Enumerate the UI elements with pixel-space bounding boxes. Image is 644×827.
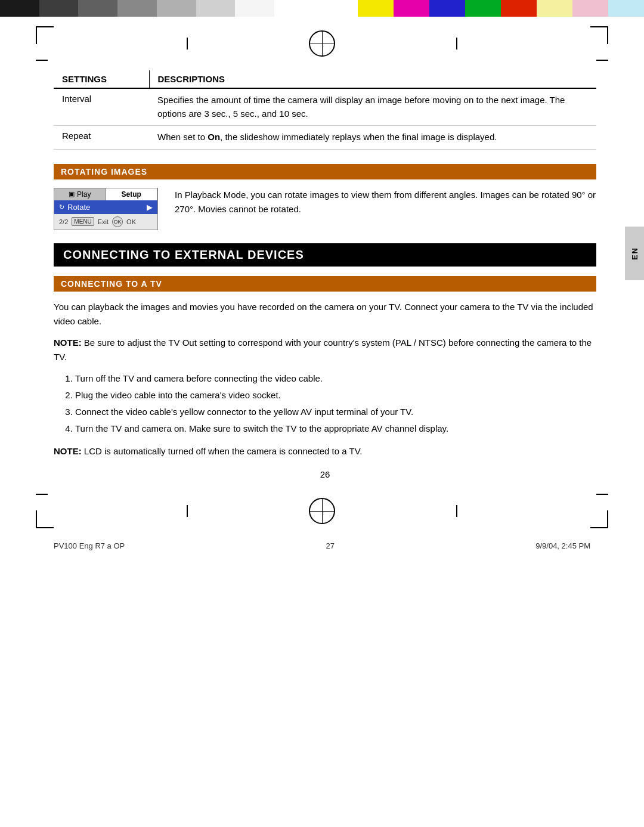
connecting-note1: NOTE: Be sure to adjust the TV Out setti… bbox=[54, 336, 596, 364]
footer: PV100 Eng R7 a OP 27 9/9/04, 2:45 PM bbox=[0, 538, 644, 554]
rotating-images-description: In Playback Mode, you can rotate images … bbox=[175, 188, 596, 216]
swatch-light-cyan bbox=[608, 0, 644, 17]
connecting-tv-subheading: CONNECTING TO A TV bbox=[54, 276, 596, 292]
list-item: Plug the video cable into the camera's v… bbox=[75, 388, 596, 402]
exit-label: Exit bbox=[98, 218, 109, 225]
swatch-gray bbox=[117, 0, 157, 17]
language-label: EN bbox=[630, 247, 639, 260]
corner-mark-tr bbox=[578, 26, 608, 56]
swatch-light-pink bbox=[572, 0, 608, 17]
swatch-white bbox=[235, 0, 274, 17]
rotate-menu-icon: ↻ bbox=[59, 203, 64, 211]
connecting-heading: CONNECTING TO EXTERNAL DEVICES bbox=[54, 243, 596, 267]
connecting-note2: NOTE: LCD is automatically turned off wh… bbox=[54, 444, 596, 459]
footer-right: 9/9/04, 2:45 PM bbox=[535, 541, 590, 550]
note2-bold: NOTE: bbox=[54, 446, 82, 456]
grayscale-swatches bbox=[0, 0, 274, 17]
connecting-steps-list: Turn off the TV and camera before connec… bbox=[75, 371, 596, 436]
swatch-yellow bbox=[358, 0, 394, 17]
camera-menu-mockup: ▣ Play Setup ↻ Rotate ▶ 2/2 MEN bbox=[54, 188, 158, 230]
dash-line bbox=[596, 494, 608, 495]
swatch-mid-gray bbox=[78, 0, 117, 17]
table-row: Repeat When set to On, the slideshow imm… bbox=[54, 126, 596, 150]
ok-circle-key: OK bbox=[112, 216, 123, 227]
swatch-blue bbox=[429, 0, 465, 17]
rotate-item-left: ↻ Rotate bbox=[59, 203, 90, 212]
setup-tab-label: Setup bbox=[122, 190, 141, 199]
crosshair-center-bottom bbox=[309, 498, 335, 524]
list-item: Connect the video cable's yellow connect… bbox=[75, 405, 596, 419]
dash-line bbox=[456, 505, 457, 517]
rotate-item-label: Rotate bbox=[67, 203, 90, 212]
corner-mark-br bbox=[578, 498, 608, 528]
dash-line bbox=[596, 60, 608, 61]
note2-text: LCD is automatically turned off when the… bbox=[82, 446, 363, 456]
dash-line bbox=[36, 494, 48, 495]
play-tab-icon: ▣ bbox=[69, 190, 75, 198]
settings-table: SETTINGS DESCRIPTIONS Interval Specifies… bbox=[54, 70, 596, 150]
bottom-registration-area bbox=[0, 484, 644, 538]
footer-left: PV100 Eng R7 a OP bbox=[54, 541, 125, 550]
list-item: Turn the TV and camera on. Make sure to … bbox=[75, 422, 596, 436]
language-tab: EN bbox=[625, 227, 644, 280]
color-swatches bbox=[358, 0, 644, 17]
main-content: SETTINGS DESCRIPTIONS Interval Specifies… bbox=[0, 70, 644, 479]
page-number: 26 bbox=[54, 469, 596, 479]
note1-bold: NOTE: bbox=[54, 337, 82, 348]
swatch-lighter-gray bbox=[196, 0, 236, 17]
corner-mark-tl bbox=[36, 26, 66, 56]
swatch-magenta bbox=[394, 0, 429, 17]
rotating-images-header: ROTATING IMAGES bbox=[54, 164, 596, 179]
note1-text: Be sure to adjust the TV Out setting to … bbox=[54, 337, 592, 362]
setting-name-interval: Interval bbox=[54, 88, 149, 126]
top-color-bar bbox=[0, 0, 644, 17]
menu-tabs: ▣ Play Setup bbox=[54, 188, 157, 200]
rotate-menu-item: ↻ Rotate ▶ bbox=[54, 200, 157, 214]
swatch-light-yellow bbox=[537, 0, 572, 17]
rotating-images-section: ROTATING IMAGES ▣ Play Setup ↻ Rotate bbox=[54, 164, 596, 230]
rotate-arrow-icon: ▶ bbox=[147, 203, 153, 212]
dash-line bbox=[187, 38, 188, 49]
ok-label: OK bbox=[126, 218, 136, 225]
menu-bottom-bar: 2/2 MENU Exit OK OK bbox=[54, 214, 157, 230]
setup-tab: Setup bbox=[106, 188, 158, 200]
swatch-black bbox=[0, 0, 39, 17]
top-registration-area bbox=[0, 17, 644, 70]
footer-center: 27 bbox=[326, 541, 335, 550]
rotating-images-content: ▣ Play Setup ↻ Rotate ▶ 2/2 MEN bbox=[54, 188, 596, 230]
settings-col-header: SETTINGS bbox=[54, 70, 149, 88]
connecting-intro: You can playback the images and movies y… bbox=[54, 300, 596, 329]
play-tab: ▣ Play bbox=[54, 188, 106, 200]
setting-desc-interval: Specifies the amount of time the camera … bbox=[149, 88, 596, 126]
play-tab-label: Play bbox=[77, 190, 91, 199]
corner-mark-bl bbox=[36, 498, 66, 528]
descriptions-col-header: DESCRIPTIONS bbox=[149, 70, 596, 88]
dash-line bbox=[187, 505, 188, 517]
menu-key: MENU bbox=[72, 217, 94, 226]
swatch-light-gray bbox=[157, 0, 196, 17]
table-row: Interval Specifies the amount of time th… bbox=[54, 88, 596, 126]
crosshair-center bbox=[309, 30, 335, 57]
dash-line bbox=[36, 60, 48, 61]
setting-desc-repeat: When set to On, the slideshow immediatel… bbox=[149, 126, 596, 150]
setting-name-repeat: Repeat bbox=[54, 126, 149, 150]
swatch-dark-gray bbox=[39, 0, 79, 17]
swatch-red bbox=[501, 0, 537, 17]
swatch-green bbox=[465, 0, 501, 17]
list-item: Turn off the TV and camera before connec… bbox=[75, 371, 596, 386]
dash-line bbox=[456, 38, 457, 49]
page-indicator: 2/2 bbox=[59, 218, 68, 225]
